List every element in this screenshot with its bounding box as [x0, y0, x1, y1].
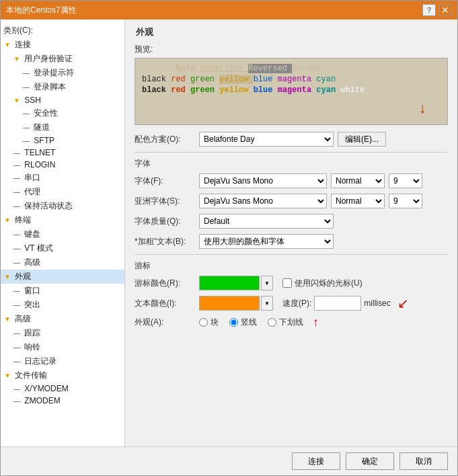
dash-icon10: — [13, 202, 21, 210]
sidebar-label-keepalive: 保持活动状态 [24, 200, 73, 212]
dash-icon4: — [22, 124, 30, 131]
preview-reversed: Reversed [248, 64, 292, 73]
font-size-select[interactable]: 9 [389, 173, 422, 188]
sidebar-item-rlogin[interactable]: — RLOGIN [1, 159, 124, 171]
sidebar-item-keepalive[interactable]: — 保持活动状态 [1, 199, 124, 213]
bold-text-select[interactable]: 使用大胆的颜色和字体 仅颜色 仅字体 [199, 234, 334, 249]
font-quality-label: 字体质量(Q): [135, 216, 195, 227]
cancel-button[interactable]: 取消 [399, 452, 448, 470]
main-panel: 外观 预览: Normal Bold Underline Reversed Cu… [125, 19, 457, 446]
sidebar-item-serial[interactable]: — 串口 [1, 171, 124, 185]
section-title: 外观 [135, 26, 448, 38]
sidebar-item-connection[interactable]: ▼ 连接 [1, 38, 124, 52]
font-name-select[interactable]: DejaVu Sans Mono [199, 173, 327, 188]
sidebar-item-sftp[interactable]: — SFTP [1, 134, 124, 147]
dash-icon6: — [13, 149, 21, 157]
asian-font-style-select[interactable]: Normal [331, 194, 385, 208]
preview-label: 预览: [135, 44, 448, 55]
sidebar-item-keyboard[interactable]: — 键盘 [1, 227, 124, 241]
sidebar-item-vt-mode[interactable]: — VT 模式 [1, 241, 124, 255]
sidebar-label-zmodem: ZMODEM [24, 396, 60, 405]
radio-underline-input[interactable] [268, 318, 276, 327]
cursor-section: 游标 游标颜色(R): ▼ 使用闪烁的光标(U) 文本颜色(I): [135, 260, 448, 328]
preview-yellow: yellow [219, 75, 253, 84]
cursor-color-dropdown-btn[interactable]: ▼ [261, 276, 273, 290]
preview-blue: blue [254, 75, 278, 84]
main-window: 本地的Centos7属性 ? ✕ 类别(C): ▼ 连接 ▼ 用户身份验证 — … [0, 0, 458, 476]
asian-font-row: 亚洲字体(S): DejaVu Sans Mono Normal 9 [135, 194, 448, 208]
dash-icon17: — [13, 344, 21, 351]
sidebar-item-proxy[interactable]: — 代理 [1, 185, 124, 199]
sidebar-label-proxy: 代理 [24, 186, 40, 198]
sidebar-item-advanced-terminal[interactable]: — 高级 [1, 255, 124, 270]
radio-block-input[interactable] [199, 318, 208, 327]
cursor-color-box[interactable] [199, 276, 260, 290]
sidebar-label-terminal: 终端 [15, 214, 31, 226]
preview-magenta: magenta [278, 75, 317, 84]
sidebar-label-xymodem: X/YMODEM [24, 384, 68, 393]
speed-input[interactable] [314, 296, 361, 311]
asian-font-size-select[interactable]: 9 [389, 194, 422, 208]
sidebar-item-appearance[interactable]: ▼ 外观 [1, 270, 124, 284]
sidebar-label-advanced2: 高级 [15, 313, 31, 325]
dash-icon3: — [22, 110, 30, 117]
connect-button[interactable]: 连接 [292, 452, 340, 470]
font-quality-select[interactable]: Default ClearType Antialiased [199, 214, 334, 229]
text-color-box[interactable] [199, 296, 260, 311]
font-style-select[interactable]: Normal [331, 173, 385, 188]
dash-icon8: — [13, 174, 21, 182]
text-color-dropdown-btn[interactable]: ▼ [261, 296, 273, 311]
blink-checkbox[interactable] [282, 278, 292, 288]
help-button[interactable]: ? [422, 4, 436, 16]
sidebar-item-login-script[interactable]: — 登录脚本 [1, 80, 124, 94]
sidebar-item-highlight[interactable]: — 突出 [1, 298, 124, 312]
preview-bold-white: white [340, 85, 365, 95]
preview-bold-blue: blue [254, 85, 278, 95]
asian-font-name-select[interactable]: DejaVu Sans Mono [199, 194, 327, 208]
arrow-hint: ↓ [418, 101, 427, 118]
preview-red: red [171, 75, 190, 84]
sidebar-item-xymodem[interactable]: — X/YMODEM [1, 383, 124, 395]
sidebar-item-zmodem[interactable]: — ZMODEM [1, 395, 124, 407]
radio-vertical-input[interactable] [229, 318, 238, 327]
radio-block[interactable]: 块 [199, 317, 219, 328]
sidebar-label-keyboard: 键盘 [24, 229, 40, 240]
color-scheme-select[interactable]: Belafonte Day [199, 132, 334, 147]
preview-bold: Bold [176, 64, 200, 73]
appearance-label: 外观(A): [135, 317, 195, 328]
sidebar-item-file-transfer[interactable]: ▼ 文件传输 [1, 368, 124, 383]
radio-vertical[interactable]: 竖线 [229, 317, 257, 328]
sidebar-item-telnet[interactable]: — TELNET [1, 147, 124, 159]
sidebar-item-ssh[interactable]: ▼ SSH [1, 94, 124, 106]
sidebar-item-bell[interactable]: — 响铃 [1, 340, 124, 354]
window-title: 本地的Centos7属性 [6, 5, 77, 16]
close-button[interactable]: ✕ [438, 4, 452, 16]
sidebar-item-security[interactable]: — 安全性 [1, 106, 124, 120]
expand-icon-file-transfer: ▼ [3, 372, 11, 379]
sidebar-item-advanced2[interactable]: ▼ 高级 [1, 312, 124, 326]
text-color-row: 文本颜色(I): ▼ 速度(P): millisec ↙ [135, 296, 448, 311]
preview-line2: black red green yellow blue magenta cyan [142, 75, 441, 84]
sidebar-item-tracking[interactable]: — 跟踪 [1, 326, 124, 340]
ok-button[interactable]: 确定 [346, 452, 394, 470]
speed-arrow: ↙ [397, 296, 409, 310]
sidebar-label-telnet: TELNET [24, 148, 55, 157]
dash-icon16: — [13, 329, 21, 337]
dash-icon20: — [13, 397, 21, 405]
sidebar-item-tunnel[interactable]: — 隧道 [1, 120, 124, 134]
sidebar-label-security: 安全性 [34, 108, 58, 119]
preview-bold-red: red [171, 85, 190, 95]
sidebar-item-login-prompt[interactable]: — 登录提示符 [1, 66, 124, 80]
sidebar-item-log[interactable]: — 日志记录 [1, 354, 124, 368]
sidebar-label-appearance: 外观 [15, 271, 31, 282]
sidebar-label-tracking: 跟踪 [24, 327, 40, 339]
radio-underline[interactable]: 下划线 [268, 317, 303, 328]
sidebar-item-auth[interactable]: ▼ 用户身份验证 [1, 52, 124, 66]
color-scheme-label: 配色方案(O): [135, 134, 195, 145]
expand-icon-auth: ▼ [13, 55, 21, 63]
sidebar-item-terminal[interactable]: ▼ 终端 [1, 213, 124, 227]
appearance-arrow: ↑ [313, 316, 319, 328]
expand-icon-appearance: ▼ [3, 273, 11, 280]
sidebar-item-window[interactable]: — 窗口 [1, 284, 124, 298]
edit-color-scheme-button[interactable]: 编辑(E)... [338, 132, 386, 147]
